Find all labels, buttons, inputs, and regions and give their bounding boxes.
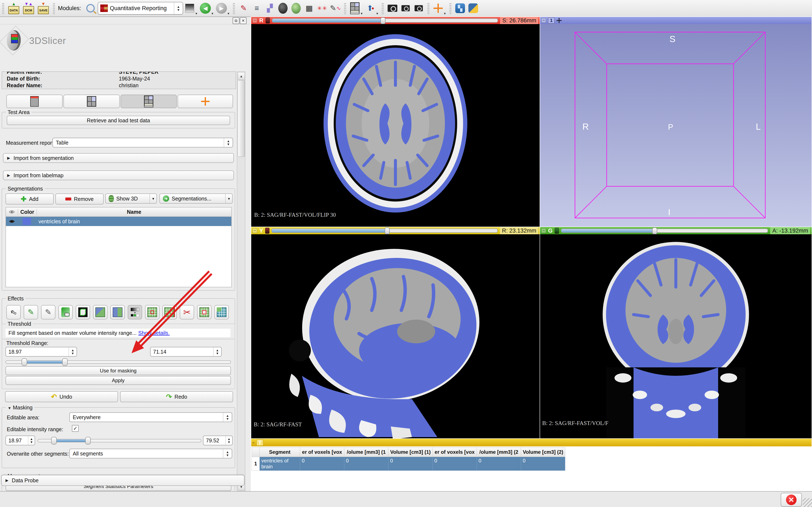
use-for-masking-button[interactable]: Use for masking [5, 366, 231, 375]
cell-volume-mm3-2[interactable]: 0 [477, 457, 521, 471]
collapse-view-button[interactable]: – [541, 228, 546, 233]
coronal-brain-image[interactable] [540, 234, 812, 438]
layout-fourup-table-button[interactable] [120, 95, 177, 108]
retrieve-test-data-button[interactable]: Retrieve and load test data [7, 116, 230, 125]
import-from-labelmap-collapsible[interactable]: ▶ Import from labelmap [3, 170, 234, 180]
threshold-min-spinner[interactable]: ▲▼ [68, 347, 77, 356]
module-back-button[interactable]: ◀ [200, 3, 211, 14]
cell-voxels-2[interactable]: 0 [433, 457, 477, 471]
save-button[interactable]: ▼ SAVE [37, 2, 50, 15]
col-volume-cm3-1[interactable]: Volume [cm3] (1) [389, 447, 433, 457]
effect-islands-button[interactable] [197, 305, 211, 320]
yellow-slice-slider[interactable] [271, 229, 498, 233]
yellow-slice-view[interactable]: – Y R: 23.132mm [251, 227, 540, 438]
error-log-close-button[interactable]: ✕ [781, 493, 802, 507]
measurement-report-spinner[interactable]: ▲▼ [224, 138, 233, 147]
slider-handle[interactable] [652, 228, 657, 234]
threshold-max-spinbox[interactable]: 71.14 ▲▼ [150, 347, 221, 356]
effect-smoothing-button[interactable] [214, 305, 229, 320]
load-data-button[interactable]: ▲ DATA [7, 2, 20, 15]
threshold-max-spinner[interactable]: ▲▼ [213, 347, 221, 356]
show-details-link[interactable]: Show details. [138, 330, 170, 336]
effect-paint-button[interactable]: ✎ [24, 305, 38, 320]
cell-volume-cm3-2[interactable]: 0 [521, 457, 565, 471]
masking-max-spinner[interactable]: ▲▼ [225, 436, 232, 445]
crosshair-button[interactable] [433, 3, 444, 14]
measurements-table[interactable]: Segment er of voxels [vox /olume [mm3] (… [252, 447, 565, 471]
cell-volume-mm3-1[interactable]: 0 [344, 457, 389, 471]
masking-min-spinner[interactable]: ▲▼ [28, 436, 35, 445]
collapse-view-button[interactable]: – [252, 228, 257, 233]
show-3d-dropdown[interactable]: ▼ [150, 194, 156, 203]
slider-handle[interactable] [380, 17, 386, 24]
pin-icon[interactable] [555, 228, 559, 234]
remove-segment-button[interactable]: Remove [55, 193, 104, 205]
slider-handle-min[interactable] [51, 437, 57, 445]
add-segment-button[interactable]: ✚ Add [5, 193, 54, 205]
toolbar-handle[interactable] [2, 2, 4, 14]
show-3d-button[interactable]: Show 3D ▼ [105, 193, 157, 204]
slider-handle-max[interactable] [62, 358, 68, 366]
overwrite-segments-combobox[interactable]: All segments ▲▼ [69, 449, 232, 458]
registration-icon[interactable]: ✳✳ [317, 3, 328, 14]
sagittal-brain-image[interactable] [251, 234, 540, 438]
effect-draw-button[interactable]: ✎ [41, 305, 55, 320]
col-segment[interactable]: Segment [260, 447, 300, 457]
red-slice-slider[interactable] [272, 18, 498, 22]
pin-icon[interactable] [266, 17, 270, 23]
segment-color-cell[interactable] [18, 218, 36, 225]
layout-fourup-button[interactable] [63, 95, 120, 108]
effect-level-tracing-button[interactable] [76, 305, 90, 320]
col-volume-mm3-2[interactable]: /olume [mm3] (2 [477, 447, 521, 457]
module-selector-combobox[interactable]: Quantitative Reporting ▲▼ [98, 2, 183, 14]
col-volume-cm3-2[interactable]: Volume [cm3] (2) [521, 447, 565, 457]
segmentations-dropdown[interactable]: ▼ [225, 194, 232, 203]
annotation-curve-icon[interactable]: ✎∿ [330, 3, 341, 14]
screenshot-button[interactable] [387, 3, 398, 14]
measurement-report-combobox[interactable]: Table ▲▼ [52, 138, 233, 148]
slider-handle-min[interactable] [21, 358, 27, 366]
overwrite-segments-spinner[interactable]: ▲▼ [223, 449, 232, 458]
effect-grow-from-seeds-button[interactable] [93, 305, 107, 320]
effect-hollow-button[interactable] [162, 305, 177, 320]
masking-max-spinbox[interactable]: 79.52 ▲▼ [203, 436, 233, 445]
cell-volume-cm3-1[interactable]: 0 [389, 457, 433, 471]
collapse-view-button[interactable]: – [252, 441, 254, 445]
col-volume-mm3-1[interactable]: /olume [mm3] (1 [344, 447, 389, 457]
cell-segment-name[interactable]: ventricles of brain [260, 457, 300, 471]
panel-scrollbar[interactable]: ▲ ▼ [237, 71, 245, 491]
segment-name[interactable]: ventricles of brain [36, 218, 231, 225]
markups-icon[interactable]: ✎ [238, 3, 249, 14]
col-voxels-2[interactable]: er of voxels [vox [433, 447, 477, 457]
undock-panel-button[interactable]: ⧉ [233, 17, 239, 24]
data-module-hierarchy-icon[interactable]: ≡ [251, 3, 262, 14]
slider-handle[interactable] [385, 228, 390, 234]
segmentations-menu-button[interactable]: ➜ Segmentations... ▼ [159, 193, 233, 204]
threeD-view[interactable]: – 1 S R P L I [540, 17, 812, 227]
close-panel-button[interactable]: ✕ [240, 17, 247, 24]
measurements-table-row[interactable]: 1 ventricles of brain 0 0 0 0 0 0 [252, 457, 565, 471]
scroll-up-button[interactable]: ▲ [238, 72, 245, 80]
toolbar-handle[interactable] [449, 2, 451, 14]
col-voxels-1[interactable]: er of voxels [vox [300, 447, 344, 457]
scene-view-capture-button[interactable] [400, 3, 411, 14]
python-console-button[interactable] [468, 3, 479, 14]
toolbar-handle[interactable] [382, 2, 384, 14]
effect-threshold-button[interactable]: ▼ [128, 305, 142, 320]
masking-intensity-slider[interactable] [38, 439, 201, 442]
scrollbar-thumb[interactable] [238, 80, 245, 157]
undo-button[interactable]: ↶ Undo [5, 391, 118, 402]
data-probe-collapsible[interactable]: ▶ Data Probe [1, 475, 245, 486]
effect-margin-button[interactable] [145, 305, 159, 320]
scene-view-restore-button[interactable] [413, 3, 424, 14]
toolbar-handle[interactable] [344, 2, 346, 14]
import-from-segmentation-collapsible[interactable]: ▶ Import from segmentation [3, 153, 234, 163]
editable-intensity-checkbox[interactable]: ✓ [72, 425, 79, 432]
axial-brain-image[interactable] [251, 24, 540, 227]
segment-visibility-toggle[interactable] [6, 219, 18, 224]
mouse-interaction-mode-button[interactable]: ⬆● [365, 3, 376, 14]
masking-title[interactable]: ▼ Masking [6, 404, 34, 411]
red-slice-view[interactable]: – R S: 26.786mm [251, 17, 540, 227]
slider-handle-max[interactable] [85, 437, 91, 445]
masking-min-spinbox[interactable]: 18.97 ▲▼ [5, 436, 35, 445]
